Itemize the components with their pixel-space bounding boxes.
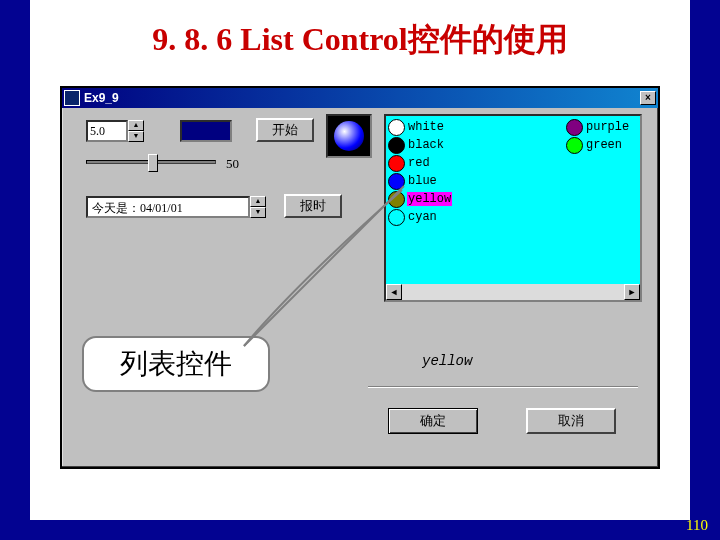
color-swatch-icon <box>388 119 405 136</box>
horizontal-scrollbar[interactable]: ◄ ► <box>386 284 640 300</box>
color-swatch-icon <box>566 119 583 136</box>
titlebar[interactable]: Ex9_9 × <box>62 88 658 108</box>
slide-title: 9. 8. 6 List Control控件的使用 <box>30 0 690 70</box>
scroll-left-icon[interactable]: ◄ <box>386 284 402 300</box>
window-caption: Ex9_9 <box>84 91 119 105</box>
list-item-label: green <box>585 138 623 152</box>
date-down-icon[interactable]: ▼ <box>250 207 266 218</box>
spin-input[interactable] <box>86 120 128 142</box>
slider-control[interactable]: 50 <box>86 150 246 178</box>
list-control[interactable]: whiteblackredblueyellowcyanpurplegreen ◄… <box>384 114 642 302</box>
status-text: yellow <box>422 353 472 369</box>
spin-down-icon[interactable]: ▼ <box>128 131 144 142</box>
slider-value: 50 <box>226 156 239 172</box>
date-control[interactable]: 今天是：04/01/01 ▲ ▼ <box>86 196 266 218</box>
color-swatch-icon <box>388 209 405 226</box>
separator <box>368 386 638 388</box>
list-item[interactable]: red <box>388 154 431 172</box>
list-item[interactable]: purple <box>566 118 630 136</box>
list-item-label: yellow <box>407 192 452 206</box>
callout-label: 列表控件 <box>82 336 270 392</box>
dialog-window: Ex9_9 × ▲ ▼ 开始 50 今天是：04/ <box>60 86 660 469</box>
scroll-right-icon[interactable]: ► <box>624 284 640 300</box>
start-button[interactable]: 开始 <box>256 118 314 142</box>
list-item-label: blue <box>407 174 438 188</box>
spin-control[interactable]: ▲ ▼ <box>86 120 146 142</box>
list-item-label: cyan <box>407 210 438 224</box>
cancel-button[interactable]: 取消 <box>526 408 616 434</box>
list-item[interactable]: black <box>388 136 445 154</box>
date-up-icon[interactable]: ▲ <box>250 196 266 207</box>
spin-up-icon[interactable]: ▲ <box>128 120 144 131</box>
app-icon <box>64 90 80 106</box>
list-item[interactable]: blue <box>388 172 438 190</box>
color-swatch-icon <box>566 137 583 154</box>
list-item-label: red <box>407 156 431 170</box>
ok-button[interactable]: 确定 <box>388 408 478 434</box>
page-number: 110 <box>686 517 708 534</box>
list-item[interactable]: green <box>566 136 623 154</box>
date-field[interactable]: 今天是：04/01/01 <box>86 196 250 218</box>
animation-preview <box>326 114 372 158</box>
color-swatch-icon <box>388 191 405 208</box>
ball-icon <box>334 121 364 151</box>
list-item-label: black <box>407 138 445 152</box>
slider-thumb[interactable] <box>148 154 158 172</box>
list-item-label: white <box>407 120 445 134</box>
list-item[interactable]: white <box>388 118 445 136</box>
scroll-track[interactable] <box>402 284 624 300</box>
color-swatch-icon <box>388 155 405 172</box>
list-item[interactable]: yellow <box>388 190 452 208</box>
color-swatch-icon <box>388 137 405 154</box>
list-item-label: purple <box>585 120 630 134</box>
time-button[interactable]: 报时 <box>284 194 342 218</box>
callout-text: 列表控件 <box>120 345 232 383</box>
color-preview <box>180 120 232 142</box>
close-icon[interactable]: × <box>640 91 656 105</box>
list-item[interactable]: cyan <box>388 208 438 226</box>
color-swatch-icon <box>388 173 405 190</box>
